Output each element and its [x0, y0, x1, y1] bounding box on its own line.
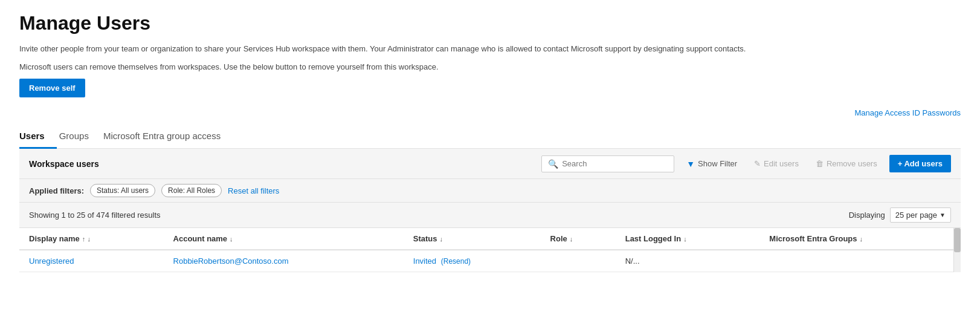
remove-self-button[interactable]: Remove self	[19, 79, 85, 97]
cell-role	[541, 250, 616, 272]
applied-filters-label: Applied filters:	[29, 186, 84, 195]
tab-entra[interactable]: Microsoft Entra group access	[101, 125, 233, 149]
description-2: Microsoft users can remove themselves fr…	[19, 61, 961, 73]
col-role[interactable]: Role ↓	[541, 228, 616, 250]
edit-users-button[interactable]: ✎ Edit users	[749, 156, 804, 171]
reset-filters-button[interactable]: Reset all filters	[228, 186, 279, 195]
col-last-logged-in[interactable]: Last Logged In ↓	[616, 228, 760, 250]
cell-entra-groups	[759, 250, 961, 272]
table-row: Unregistered RobbieRobertson@Contoso.com…	[19, 250, 961, 272]
edit-icon: ✎	[754, 159, 761, 168]
search-icon: 🔍	[548, 159, 558, 169]
sort-icon-status: ↓	[440, 235, 443, 243]
toolbar-row: Workspace users 🔍 ▼ Show Filter ✎ Edit u…	[19, 149, 961, 179]
table-header-row: Display name ↑ ↓ Account name ↓ Status	[19, 228, 961, 250]
scrollbar-track[interactable]	[953, 228, 961, 272]
trash-icon: 🗑	[816, 159, 824, 168]
tabs-row: Users Groups Microsoft Entra group acces…	[19, 125, 961, 149]
sort-icon-last-login: ↓	[683, 235, 687, 243]
show-filter-button[interactable]: ▼ Show Filter	[682, 156, 742, 172]
manage-access-link[interactable]: Manage Access ID Passwords	[854, 108, 961, 117]
toolbar-right: 🔍 ▼ Show Filter ✎ Edit users 🗑 Remove us…	[541, 155, 951, 172]
results-text: Showing 1 to 25 of 474 filtered results	[29, 211, 161, 220]
tab-groups[interactable]: Groups	[57, 125, 101, 149]
per-page-select[interactable]: 25 per page ▼	[890, 207, 951, 223]
status-filter-tag[interactable]: Status: All users	[90, 184, 155, 197]
cell-last-logged-in: N/...	[616, 250, 760, 272]
users-table: Display name ↑ ↓ Account name ↓ Status	[19, 228, 961, 272]
cell-display-name: Unregistered	[19, 250, 164, 272]
sort-icon-role: ↓	[570, 235, 573, 243]
scrollbar-thumb[interactable]	[954, 228, 961, 252]
search-input[interactable]	[562, 159, 668, 168]
col-display-name[interactable]: Display name ↑ ↓	[19, 228, 164, 250]
results-row: Showing 1 to 25 of 474 filtered results …	[19, 203, 961, 228]
filter-icon: ▼	[686, 159, 695, 169]
tab-users[interactable]: Users	[19, 125, 57, 149]
chevron-down-icon: ▼	[940, 212, 946, 218]
displaying-label: Displaying	[849, 211, 885, 220]
cell-account-name: RobbieRobertson@Contoso.com	[164, 250, 404, 272]
sort-asc-icon: ↑ ↓	[82, 235, 91, 243]
sort-icon-entra: ↓	[860, 235, 863, 243]
col-entra-groups[interactable]: Microsoft Entra Groups ↓	[759, 228, 961, 250]
sort-icon-account: ↓	[230, 235, 233, 243]
add-users-button[interactable]: + Add users	[889, 155, 951, 172]
workspace-label: Workspace users	[29, 159, 99, 169]
remove-users-button[interactable]: 🗑 Remove users	[811, 156, 882, 171]
displaying-row: Displaying 25 per page ▼	[849, 207, 951, 223]
col-account-name[interactable]: Account name ↓	[164, 228, 404, 250]
description-1: Invite other people from your team or or…	[19, 43, 961, 55]
manage-access-row: Manage Access ID Passwords	[19, 108, 961, 117]
filters-row: Applied filters: Status: All users Role:…	[19, 179, 961, 203]
page-title: Manage Users	[19, 12, 961, 34]
role-filter-tag[interactable]: Role: All Roles	[161, 184, 222, 197]
page-container: Manage Users Invite other people from yo…	[0, 0, 980, 272]
col-status[interactable]: Status ↓	[404, 228, 541, 250]
search-box[interactable]: 🔍	[541, 155, 674, 172]
cell-status: Invited (Resend)	[404, 250, 541, 272]
table-container: Display name ↑ ↓ Account name ↓ Status	[19, 228, 961, 272]
